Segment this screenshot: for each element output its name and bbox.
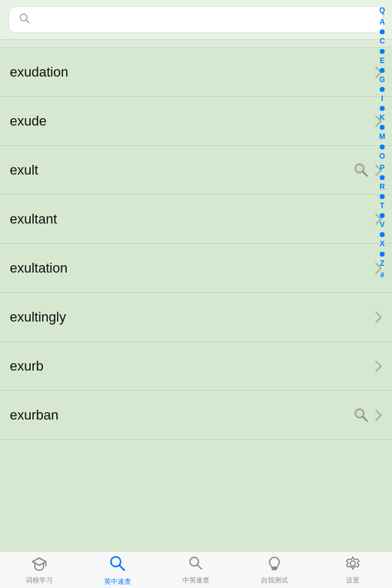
index-dot[interactable] bbox=[380, 232, 385, 237]
index-letter-x[interactable]: X bbox=[372, 238, 392, 250]
index-dot[interactable] bbox=[380, 252, 385, 257]
search-bar-icon bbox=[19, 13, 30, 26]
svg-line-11 bbox=[197, 565, 202, 569]
word-item[interactable]: exultingly bbox=[0, 293, 392, 342]
tab-label-en-zh: 英中速查 bbox=[104, 577, 131, 586]
svg-line-9 bbox=[119, 565, 124, 570]
bulb-icon bbox=[266, 556, 282, 574]
index-dot[interactable] bbox=[380, 49, 385, 54]
word-text: exude bbox=[10, 113, 375, 129]
tab-label-test: 自我测试 bbox=[261, 576, 288, 585]
search-sm-icon bbox=[188, 556, 204, 574]
word-text: exurb bbox=[10, 358, 375, 374]
index-dot[interactable] bbox=[380, 87, 385, 92]
word-text: exultant bbox=[10, 211, 375, 227]
index-letter-r[interactable]: R bbox=[372, 181, 392, 193]
tab-label-settings: 设置 bbox=[346, 576, 360, 585]
word-list[interactable]: exudationexudeexult exultantexultationex… bbox=[0, 48, 392, 551]
index-letter-o[interactable]: O bbox=[372, 151, 392, 162]
svg-line-1 bbox=[26, 20, 29, 23]
word-text: exult bbox=[10, 162, 353, 178]
tab-item-zh-en[interactable]: 中英速查 bbox=[157, 552, 235, 588]
tab-item-settings[interactable]: 设置 bbox=[314, 552, 392, 588]
tab-bar: 词根学习 英中速查 中英速查 自我测试 设置 bbox=[0, 551, 392, 588]
word-text: exurban bbox=[10, 407, 353, 423]
index-letter-#[interactable]: # bbox=[372, 270, 392, 281]
tab-item-en-zh[interactable]: 英中速查 bbox=[78, 552, 157, 588]
index-letter-q[interactable]: Q bbox=[372, 5, 392, 17]
svg-line-3 bbox=[363, 172, 367, 176]
word-item[interactable]: exultant bbox=[0, 195, 392, 244]
index-letter-g[interactable]: G bbox=[372, 74, 392, 86]
index-letter-m[interactable]: M bbox=[372, 131, 392, 143]
word-item[interactable]: exude bbox=[0, 97, 392, 146]
index-sidebar: QACEGIKMOPRTVXZ# bbox=[372, 0, 392, 514]
index-letter-k[interactable]: K bbox=[372, 112, 392, 124]
graduation-icon bbox=[31, 556, 47, 574]
index-dot[interactable] bbox=[380, 68, 385, 73]
content-area: exudationexudeexult exultantexultationex… bbox=[0, 0, 392, 551]
search-bar-container bbox=[0, 0, 392, 40]
search-bar[interactable] bbox=[9, 6, 383, 33]
index-dot[interactable] bbox=[380, 106, 385, 111]
index-letter-a[interactable]: A bbox=[372, 17, 392, 28]
search-input[interactable] bbox=[35, 13, 373, 26]
word-item[interactable]: exultation bbox=[0, 244, 392, 293]
tab-item-test[interactable]: 自我测试 bbox=[235, 552, 314, 588]
index-dot[interactable] bbox=[380, 29, 385, 34]
magnifier-icon bbox=[353, 407, 370, 424]
word-item[interactable]: exurb bbox=[0, 342, 392, 391]
index-dot[interactable] bbox=[380, 175, 385, 180]
magnifier-icon bbox=[353, 162, 370, 179]
word-text: exultingly bbox=[10, 309, 375, 325]
index-letter-p[interactable]: P bbox=[372, 162, 392, 174]
index-letter-c[interactable]: C bbox=[372, 36, 392, 47]
index-letter-t[interactable]: T bbox=[372, 200, 392, 212]
tab-label-study: 词根学习 bbox=[26, 576, 53, 585]
index-letter-e[interactable]: E bbox=[372, 55, 392, 67]
index-letter-v[interactable]: V bbox=[372, 219, 392, 231]
word-item[interactable]: exurban bbox=[0, 391, 392, 440]
index-letter-z[interactable]: Z bbox=[372, 258, 392, 270]
word-item[interactable]: exudation bbox=[0, 48, 392, 97]
tab-label-zh-en: 中英速查 bbox=[183, 576, 209, 585]
search-icon bbox=[108, 554, 127, 575]
index-dot[interactable] bbox=[380, 213, 385, 218]
index-letter-i[interactable]: I bbox=[372, 93, 392, 105]
word-text: exultation bbox=[10, 260, 375, 276]
word-item[interactable]: exult bbox=[0, 146, 392, 195]
section-header bbox=[0, 40, 392, 48]
gear-icon bbox=[345, 556, 361, 574]
index-dot[interactable] bbox=[380, 194, 385, 199]
index-dot[interactable] bbox=[380, 145, 385, 149]
tab-item-study[interactable]: 词根学习 bbox=[0, 552, 78, 588]
word-text: exudation bbox=[10, 64, 375, 80]
index-dot[interactable] bbox=[380, 125, 385, 130]
svg-line-5 bbox=[363, 417, 367, 421]
svg-point-14 bbox=[350, 561, 355, 566]
